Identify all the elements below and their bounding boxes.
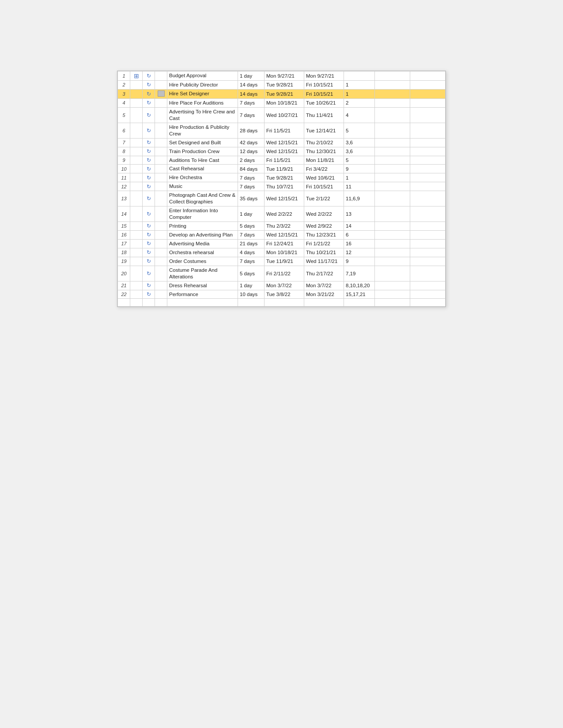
extra-col-2 bbox=[410, 222, 446, 231]
duration: 1 day bbox=[238, 281, 264, 290]
duration: 7 days bbox=[238, 257, 264, 266]
finish-date: Mon 3/7/22 bbox=[304, 281, 344, 290]
task-name: Advertising To Hire Crew and Cast bbox=[167, 107, 238, 123]
start-date: Wed 12/15/21 bbox=[264, 230, 304, 239]
task-icon: ↻ bbox=[147, 240, 151, 247]
grid-icon-cell bbox=[130, 239, 143, 248]
blank-cell bbox=[155, 248, 167, 257]
duration: 14 days bbox=[238, 81, 264, 90]
finish-date: Wed 2/2/22 bbox=[304, 206, 344, 222]
start-date: Wed 12/15/21 bbox=[264, 147, 304, 156]
predecessors: 12 bbox=[344, 248, 375, 257]
duration: 4 days bbox=[238, 248, 264, 257]
task-icon-cell: ↻ bbox=[143, 156, 155, 165]
task-name: Photograph Cast And Crew & Collect Biogr… bbox=[167, 191, 238, 206]
start-date: Mon 10/18/21 bbox=[264, 248, 304, 257]
duration: 42 days bbox=[238, 138, 264, 147]
task-icon: ↻ bbox=[147, 112, 151, 118]
project-table: 1⊞↻Budget Approval1 dayMon 9/27/21Mon 9/… bbox=[117, 71, 446, 307]
task-name: Music bbox=[167, 182, 238, 191]
empty-cell bbox=[375, 299, 410, 307]
task-icon: ↻ bbox=[147, 270, 151, 277]
blank-cell bbox=[155, 206, 167, 222]
grid-icon-cell bbox=[130, 107, 143, 123]
extra-col-2 bbox=[410, 281, 446, 290]
task-icon: ↻ bbox=[147, 195, 151, 202]
task-icon-cell: ↻ bbox=[143, 248, 155, 257]
blank-cell bbox=[155, 107, 167, 123]
extra-col-1 bbox=[375, 123, 410, 138]
task-name: Orchestra rehearsal bbox=[167, 248, 238, 257]
blank-cell bbox=[155, 98, 167, 107]
blank-cell bbox=[155, 138, 167, 147]
extra-col-2 bbox=[410, 230, 446, 239]
empty-cell bbox=[304, 299, 344, 307]
grid-icon-cell bbox=[130, 98, 143, 107]
task-icon: ↻ bbox=[147, 232, 151, 238]
task-name: Advertising Media bbox=[167, 239, 238, 248]
task-name: Hire Place For Auditions bbox=[167, 98, 238, 107]
row-number: 2 bbox=[118, 81, 130, 90]
grid-icon-cell bbox=[130, 173, 143, 182]
finish-date: Thu 2/17/22 bbox=[304, 266, 344, 281]
extra-col-2 bbox=[410, 239, 446, 248]
start-date: Wed 10/27/21 bbox=[264, 107, 304, 123]
duration: 1 day bbox=[238, 206, 264, 222]
checkbox-box bbox=[158, 90, 165, 97]
extra-col-1 bbox=[375, 107, 410, 123]
start-date: Tue 9/28/21 bbox=[264, 81, 304, 90]
task-icon: ↻ bbox=[147, 223, 151, 229]
grid-icon-cell bbox=[130, 206, 143, 222]
task-icon-cell: ↻ bbox=[143, 206, 155, 222]
finish-date: Thu 12/23/21 bbox=[304, 230, 344, 239]
duration: 14 days bbox=[238, 89, 264, 98]
predecessors: 16 bbox=[344, 239, 375, 248]
blank-cell bbox=[155, 123, 167, 138]
task-icon: ↻ bbox=[147, 249, 151, 255]
row-number: 13 bbox=[118, 191, 130, 206]
task-icon-cell: ↻ bbox=[143, 182, 155, 191]
predecessors: 5 bbox=[344, 156, 375, 165]
duration: 35 days bbox=[238, 191, 264, 206]
start-date: Wed 2/2/22 bbox=[264, 206, 304, 222]
duration: 7 days bbox=[238, 230, 264, 239]
extra-col-1 bbox=[375, 191, 410, 206]
task-icon: ↻ bbox=[147, 211, 151, 217]
row-number: 17 bbox=[118, 239, 130, 248]
row-number: 7 bbox=[118, 138, 130, 147]
extra-col-1 bbox=[375, 266, 410, 281]
start-date: Thu 10/7/21 bbox=[264, 182, 304, 191]
task-icon: ↻ bbox=[147, 157, 151, 163]
predecessors: 2 bbox=[344, 98, 375, 107]
row-number: 5 bbox=[118, 107, 130, 123]
extra-col-2 bbox=[410, 165, 446, 173]
start-date: Tue 3/8/22 bbox=[264, 290, 304, 299]
blank-cell bbox=[155, 81, 167, 90]
grid-icon-cell bbox=[130, 123, 143, 138]
extra-col-1 bbox=[375, 156, 410, 165]
empty-cell bbox=[155, 299, 167, 307]
row-number: 6 bbox=[118, 123, 130, 138]
grid-icon-cell bbox=[130, 230, 143, 239]
blank-cell bbox=[155, 156, 167, 165]
task-icon: ↻ bbox=[147, 91, 151, 97]
finish-date: Tue 2/1/22 bbox=[304, 191, 344, 206]
task-name: Hire Set Designer bbox=[167, 89, 238, 98]
grid-icon-cell bbox=[130, 147, 143, 156]
grid-icon-cell bbox=[130, 191, 143, 206]
task-name: Set Designed and Built bbox=[167, 138, 238, 147]
finish-date: Fri 10/15/21 bbox=[304, 89, 344, 98]
extra-col-2 bbox=[410, 98, 446, 107]
task-name: Develop an Advertising Plan bbox=[167, 230, 238, 239]
extra-col-2 bbox=[410, 248, 446, 257]
row-number: 9 bbox=[118, 156, 130, 165]
start-date: Mon 3/7/22 bbox=[264, 281, 304, 290]
task-icon: ↻ bbox=[147, 282, 151, 289]
start-date: Wed 12/15/21 bbox=[264, 138, 304, 147]
predecessors: 1 bbox=[344, 173, 375, 182]
extra-col-1 bbox=[375, 71, 410, 81]
row-number: 15 bbox=[118, 222, 130, 231]
task-name: Hire Publicity Director bbox=[167, 81, 238, 90]
predecessors: 1 bbox=[344, 81, 375, 90]
predecessors: 14 bbox=[344, 222, 375, 231]
